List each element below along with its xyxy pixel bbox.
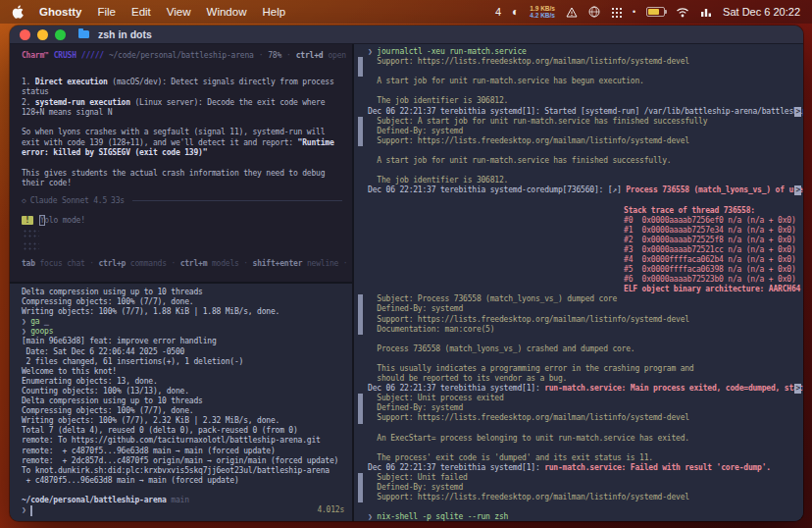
globe-icon[interactable]	[588, 6, 600, 18]
close-button[interactable]	[20, 29, 30, 40]
git-terminal-pane[interactable]: Delta compression using up to 10 threads…	[10, 284, 352, 521]
maximize-button[interactable]	[55, 29, 66, 40]
model-elapsed-time: 33s	[111, 196, 125, 205]
terminal-line	[22, 118, 352, 128]
keybinding-separator: ·	[239, 259, 253, 268]
terminal-line: #5 0x0000ffffaca06398 n/a (n/a + 0x0)	[368, 265, 803, 275]
drag-dots-decoration	[23, 229, 39, 238]
terminal-text-segment: An ExecStart= process belonging to unit …	[368, 434, 689, 443]
window-title-bar[interactable]: zsh in dots	[10, 26, 803, 44]
menu-item-file[interactable]: File	[97, 6, 116, 18]
terminal-line: Defined-By: systemd	[368, 403, 803, 413]
terminal-line: [main 96e63d8] feat: improve error handl…	[22, 337, 352, 346]
apple-menu[interactable]	[12, 5, 24, 19]
terminal-line: ~/code/personal/battleship-arena main	[22, 496, 352, 505]
menu-bar-status: 4 ◐ 1.9 KB/s 4.2 KB/s • Sat Dec 6 20:22	[495, 5, 800, 19]
terminal-text-segment: exit with code 139 (128+11), and we'll d…	[22, 138, 298, 147]
terminal-text-segment: Direct execution	[35, 78, 108, 86]
battery-fill	[648, 9, 659, 15]
terminal-text-segment: remote: To https://github.com/taciturnax…	[22, 436, 321, 445]
terminal-line: Stack trace of thread 736558:	[368, 206, 803, 216]
keybinding-label: focus chat	[35, 259, 85, 268]
keybinding-label: commands	[126, 259, 167, 268]
terminal-line: Total 7 (delta 4), reused 0 (delta 0), p…	[22, 426, 352, 436]
terminal-text-segment: goops	[30, 327, 53, 336]
terminal-text-segment: 2.	[22, 98, 35, 107]
terminal-text-segment: Documentation: man:core(5)	[368, 325, 494, 334]
terminal-text-segment: Enumerating objects: 13, done.	[22, 377, 158, 386]
menu-item-window[interactable]: Window	[207, 6, 247, 18]
terminal-line: #6 0x0000aaaab72523b0 n/a (n/a + 0x0)	[368, 275, 803, 285]
crush-message-body: 1. Direct execution (macOS/dev): Detect …	[22, 78, 352, 188]
keybinding-label: newline	[302, 259, 338, 268]
yolo-mode-badge: !	[22, 216, 33, 225]
terminal-line: Subject: Unit failed	[368, 473, 803, 483]
crush-slashes-decoration: /////	[81, 51, 104, 60]
journalctl-terminal-pane[interactable]: ❯ journalctl -xeu run-match.service Supp…	[354, 44, 803, 521]
terminal-text-segment: (Linux server): Decode the exit code whe…	[130, 98, 326, 107]
menu-bar-clock[interactable]: Sat Dec 6 20:22	[723, 6, 800, 18]
terminal-text-segment: Dec 06 22:21:37 terebithia systemd[1]:	[368, 384, 544, 393]
menu-item-edit[interactable]: Edit	[131, 6, 151, 18]
terminal-line: Subject: Process 736558 (match_lyons_vs_…	[368, 294, 803, 304]
terminal-text-segment: 1.	[22, 78, 35, 86]
wifi-icon[interactable]	[676, 7, 689, 18]
terminal-line: Writing objects: 100% (7/7), 2.32 KiB | …	[22, 416, 352, 426]
terminal-text-segment: This usually indicates a programming err…	[368, 364, 693, 373]
network-speed-widget[interactable]: 1.9 KB/s 4.2 KB/s	[530, 5, 555, 19]
terminal-line	[368, 146, 803, 156]
crush-pane[interactable]: Charm™ CRUSH ///// ~/code/personal/battl…	[10, 44, 352, 284]
input-placeholder: olo mode!	[44, 216, 85, 225]
warning-icon[interactable]	[566, 7, 578, 18]
terminal-text-segment: Writing objects: 100% (7/7), 2.32 KiB | …	[22, 416, 279, 425]
terminal-line: ❯ journalctl -xeu run-match.service	[368, 47, 803, 57]
keybinding-separator: ·	[85, 259, 99, 268]
terminal-line: Defined-By: systemd	[368, 304, 803, 314]
terminal-text-segment: [main 96e63d8] feat: improve error handl…	[22, 337, 217, 345]
terminal-line: Documentation: man:core(5)	[368, 325, 803, 335]
terminal-line	[368, 424, 803, 434]
keybinding-separator: ·	[338, 259, 352, 268]
minimize-button[interactable]	[37, 29, 48, 40]
terminal-text-segment: Total 7 (delta 4), reused 0 (delta 0), p…	[22, 426, 298, 435]
terminal-line: Writing objects: 100% (7/7), 1.88 KiB | …	[22, 307, 352, 317]
terminal-text-segment: So when lyons crashes with a segfault (s…	[22, 128, 325, 136]
menu-item-help[interactable]: Help	[262, 6, 285, 18]
menu-item-view[interactable]: View	[167, 6, 191, 18]
notification-count[interactable]: 4	[495, 6, 501, 18]
terminal-line	[22, 486, 352, 496]
menu-item-app[interactable]: Ghostty	[39, 6, 81, 18]
crush-separator: ·	[259, 51, 264, 60]
terminal-line: Compressing objects: 100% (7/7), done.	[22, 297, 352, 307]
terminal-line: 1. Direct execution (macOS/dev): Detect …	[22, 78, 352, 87]
terminal-text-segment: + c4870f5...96e63d8 main → main (forced …	[22, 476, 239, 485]
terminal-line: Process 736558 (match_lyons_vs_) crashed…	[368, 344, 803, 354]
terminal-text-segment: The job identifier is 306812.	[368, 176, 508, 185]
terminal-line: 128+N means signal N	[22, 108, 352, 118]
crush-input-row[interactable]: ! Yolo mode!	[22, 216, 352, 225]
terminal-line: Support: https://lists.freedesktop.org/m…	[368, 493, 803, 502]
grid-icon[interactable]	[611, 7, 622, 18]
terminal-line: #3 0x0000aaaab72521cc n/a (n/a + 0x0)	[368, 245, 803, 255]
stats-icon[interactable]	[700, 7, 712, 18]
terminal-text-segment: their code!	[22, 179, 72, 187]
toggle-icon[interactable]: ◐	[512, 6, 519, 18]
battery-icon[interactable]	[646, 7, 665, 17]
terminal-text-segment: ❯	[22, 327, 30, 336]
dot-indicator-icon: •	[633, 7, 635, 17]
terminal-text-segment: A start job for unit run-match.service h…	[368, 77, 644, 85]
terminal-text-segment: nix-shell -p sqlite --run zsh	[377, 512, 508, 521]
terminal-line: + c4870f5...96e63d8 main → main (forced …	[22, 476, 352, 486]
terminal-text-segment: ~/code/personal/battleship-arena	[22, 496, 167, 504]
terminal-line	[368, 86, 803, 96]
terminal-line: Dec 06 22:21:37 terebithia systemd[1]: r…	[368, 463, 803, 473]
terminal-text-segment: journalctl -xeu run-match.service	[377, 47, 526, 56]
terminal-line: ❯ nix-shell -p sqlite --run zsh	[368, 512, 803, 521]
terminal-line: #2 0x0000aaaab72525f8 n/a (n/a + 0x0)	[368, 236, 803, 245]
diamond-icon: ◇	[22, 196, 26, 205]
net-down-speed: 4.2 KB/s	[530, 12, 555, 19]
terminal-text-segment: remote: + 2dc857d...c4870f5 origin/main …	[22, 456, 338, 465]
terminal-text-segment: ❯	[368, 47, 377, 56]
terminal-text-segment: ELF object binary architecture: AARCH64	[624, 285, 800, 293]
terminal-text-segment: run-match.service: Failed with result 'c…	[544, 463, 771, 472]
